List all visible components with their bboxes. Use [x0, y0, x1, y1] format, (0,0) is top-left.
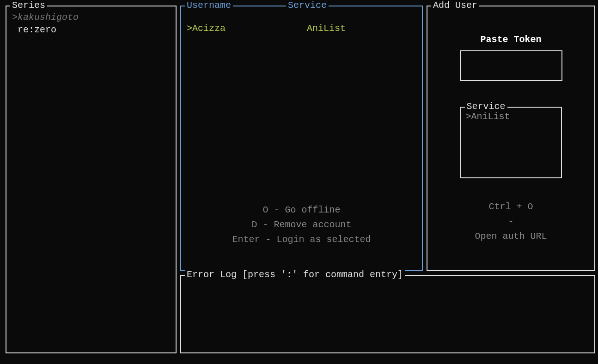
- user-username: >Acizza: [187, 23, 307, 34]
- token-input[interactable]: [460, 50, 562, 81]
- username-header: Username: [185, 0, 233, 11]
- series-panel: Series >kakushigoto re:zero: [6, 6, 177, 353]
- service-header: Service: [286, 0, 329, 11]
- user-service: AniList: [307, 23, 346, 34]
- hint-ctrlo: Ctrl + O: [475, 200, 547, 214]
- users-hints: O - Go offline D - Remove account Enter …: [187, 203, 416, 247]
- hint-dash: -: [475, 214, 547, 229]
- adduser-panel: Add User Paste Token Service >AniList Ct…: [427, 6, 595, 271]
- series-item-selected[interactable]: >kakushigoto: [12, 11, 170, 24]
- adduser-title: Add User: [431, 0, 479, 11]
- hint-openurl: Open auth URL: [475, 229, 547, 244]
- adduser-hints: Ctrl + O - Open auth URL: [475, 200, 547, 244]
- service-select-title: Service: [465, 101, 507, 112]
- users-title-row: Username Service: [181, 0, 422, 11]
- errorlog-title: Error Log [press ':' for command entry]: [185, 269, 405, 280]
- errorlog-panel[interactable]: Error Log [press ':' for command entry]: [180, 275, 595, 353]
- users-panel: Username Service >Acizza AniList O - Go …: [180, 6, 423, 271]
- token-label: Paste Token: [480, 34, 541, 45]
- hint-offline: O - Go offline: [187, 203, 416, 218]
- service-option[interactable]: >AniList: [466, 111, 556, 122]
- user-row[interactable]: >Acizza AniList: [187, 22, 416, 35]
- hint-remove: D - Remove account: [187, 218, 416, 232]
- series-title: Series: [10, 0, 47, 11]
- service-select-box: Service >AniList: [460, 107, 562, 178]
- hint-login: Enter - Login as selected: [187, 232, 416, 247]
- series-item[interactable]: re:zero: [12, 24, 170, 36]
